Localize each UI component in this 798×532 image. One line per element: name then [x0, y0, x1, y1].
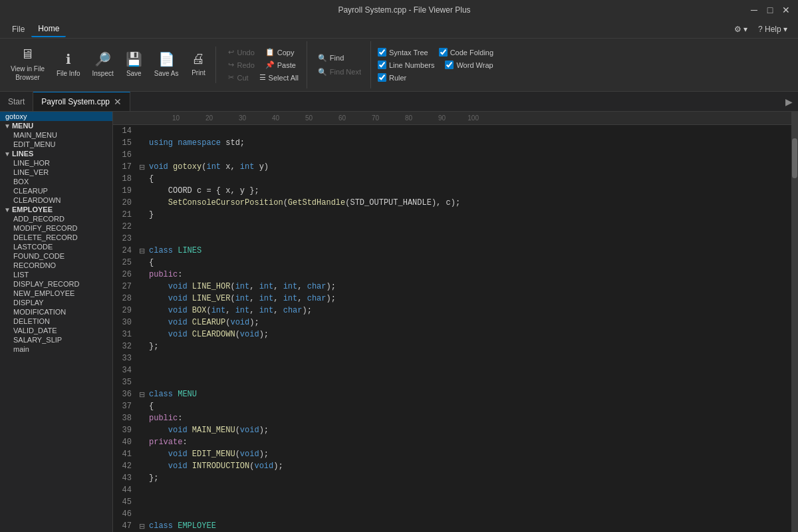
line-num: 41	[116, 448, 132, 460]
tree-item-modify-record[interactable]: MODIFY_RECORD	[0, 223, 112, 233]
fold-column: ⊟⊟⊟⊟	[137, 125, 146, 532]
tree-item-lastcode[interactable]: LASTCODE	[0, 242, 112, 251]
tab-payroll[interactable]: Payroll System.cpp ✕	[33, 92, 130, 111]
code-line: public:	[149, 412, 791, 424]
fold-button[interactable]: ⊟	[137, 245, 146, 257]
ribbon: 🖥 View in FileBrowser ℹ File Info 🔎 Insp…	[0, 39, 798, 92]
ruler-checkbox[interactable]: Ruler	[378, 73, 406, 82]
code-line: COORD c = { x, y };	[149, 185, 791, 197]
save-as-button[interactable]: 📄 Save As	[149, 41, 184, 86]
clipboard-group: ↩ Undo 📋 Copy ↪ Redo 📌 Paste ✂ Cut	[220, 41, 307, 88]
line-num: 17	[116, 161, 132, 173]
tree-item-line-hor[interactable]: LINE_HOR	[0, 158, 112, 168]
word-wrap-checkbox[interactable]: Word Wrap	[445, 61, 493, 69]
redo-button[interactable]: ↪ Redo	[224, 59, 258, 70]
settings-button[interactable]: ⚙ ▾	[729, 22, 753, 37]
minimize-button[interactable]: ─	[749, 5, 759, 15]
tab-close-icon[interactable]: ✕	[114, 96, 122, 107]
line-num: 43	[116, 472, 132, 484]
tree-item-main-menu[interactable]: MAIN_MENU	[0, 130, 112, 140]
fold-button[interactable]: ⊟	[137, 388, 146, 400]
code-line: void LINE_VER(int, int, int, char);	[149, 293, 791, 305]
tree-item-line-ver[interactable]: LINE_VER	[0, 168, 112, 177]
code-line	[149, 352, 791, 364]
tree-item-valid-date[interactable]: VALID_DATE	[0, 326, 112, 335]
paste-button[interactable]: 📌 Paste	[261, 59, 300, 70]
cut-button[interactable]: ✂ Cut	[224, 72, 252, 83]
copy-button[interactable]: 📋 Copy	[261, 47, 299, 58]
menu-home[interactable]: Home	[31, 21, 66, 37]
cut-icon: ✂	[228, 73, 234, 82]
tree-item-display-record[interactable]: DISPLAY_RECORD	[0, 279, 112, 289]
undo-button[interactable]: ↩ Undo	[224, 47, 258, 58]
code-line: void MAIN_MENU(void);	[149, 424, 791, 436]
code-line	[149, 364, 791, 376]
tree-item-list[interactable]: LIST	[0, 270, 112, 279]
tree-item-salary-slip[interactable]: SALARY_SLIP	[0, 335, 112, 344]
file-info-button[interactable]: ℹ File Info	[51, 41, 86, 86]
syntax-tree-checkbox[interactable]: Syntax Tree	[378, 48, 428, 57]
save-as-icon: 📄	[158, 51, 175, 67]
line-num: 19	[116, 185, 132, 197]
code-line: {	[149, 173, 791, 185]
tree-item-found-code[interactable]: FOUND_CODE	[0, 251, 112, 261]
tree-item-cleardown[interactable]: CLEARDOWN	[0, 196, 112, 205]
print-button[interactable]: 🖨 Print	[185, 41, 211, 86]
code-line: class MENU	[149, 388, 791, 400]
tree-item-main[interactable]: main	[0, 344, 112, 354]
tree-item-edit-menu[interactable]: EDIT_MENU	[0, 140, 112, 149]
vertical-scrollbar[interactable]	[791, 112, 798, 532]
help-button[interactable]: ? Help ▾	[753, 22, 793, 37]
tree-item-lines[interactable]: ▼ LINES	[0, 149, 112, 158]
tree-item-employee[interactable]: ▼ EMPLOYEE	[0, 205, 112, 214]
tree-item-new-employee[interactable]: NEW_EMPLOYEE	[0, 289, 112, 298]
tab-start[interactable]: Start	[0, 92, 33, 111]
tree-item-box[interactable]: BOX	[0, 177, 112, 186]
find-button[interactable]: 🔍 Find	[314, 53, 365, 64]
line-num: 25	[116, 257, 132, 269]
line-num: 45	[116, 496, 132, 508]
tree-item-recordno[interactable]: RECORDNO	[0, 261, 112, 270]
tree-item-display[interactable]: DISPLAY	[0, 298, 112, 307]
ruler-area[interactable]: 10 20 30 40 50 60 70 80 90 100 141516171…	[113, 112, 791, 532]
fold-button[interactable]: ⊟	[137, 161, 146, 173]
fold-button[interactable]: ⊟	[137, 520, 146, 532]
line-num: 28	[116, 293, 132, 305]
tree-item-modification[interactable]: MODIFICATION	[0, 307, 112, 317]
line-num: 40	[116, 436, 132, 448]
tree-item-clearup[interactable]: CLEARUP	[0, 186, 112, 196]
print-icon: 🖨	[192, 51, 205, 66]
line-num: 42	[116, 460, 132, 472]
titlebar: Payroll System.cpp - File Viewer Plus ─ …	[0, 0, 798, 20]
code-folding-checkbox[interactable]: Code Folding	[439, 48, 493, 57]
tree-item-menu[interactable]: ▼ MENU	[0, 121, 112, 130]
maximize-button[interactable]: □	[765, 5, 775, 15]
find-next-icon: 🔍	[318, 68, 327, 76]
save-button[interactable]: 💾 Save	[120, 41, 148, 86]
tree-item-deletion[interactable]: DELETION	[0, 317, 112, 326]
line-num: 14	[116, 125, 132, 137]
view-in-browser-button[interactable]: 🖥 View in FileBrowser	[5, 41, 50, 86]
line-num: 20	[116, 197, 132, 209]
inspect-button[interactable]: 🔎 Inspect	[87, 41, 119, 86]
line-num: 27	[116, 281, 132, 293]
tab-scroll-right[interactable]: ▶	[785, 96, 793, 107]
code-line: using namespace std;	[149, 137, 791, 149]
code-line	[149, 233, 791, 245]
titlebar-title: Payroll System.cpp - File Viewer Plus	[60, 5, 749, 15]
code-lines[interactable]: using namespace std;void gotoxy(int x, i…	[146, 125, 791, 532]
find-group: 🔍 Find 🔍 Find Next	[309, 41, 371, 88]
line-numbers-checkbox[interactable]: Line Numbers	[378, 61, 434, 69]
code-line: void EDIT_MENU(void);	[149, 448, 791, 460]
tree-item-gotoxy[interactable]: gotoxy	[0, 112, 112, 121]
scrollbar-thumb[interactable]	[792, 138, 797, 178]
menubar: File Home ⚙ ▾ ? Help ▾	[0, 20, 798, 39]
find-next-button[interactable]: 🔍 Find Next	[314, 66, 365, 78]
tree-item-add-record[interactable]: ADD_RECORD	[0, 214, 112, 223]
close-button[interactable]: ✕	[781, 5, 791, 15]
select-all-button[interactable]: ☰ Select All	[255, 72, 303, 83]
tree-item-delete-record[interactable]: DELETE_RECORD	[0, 233, 112, 242]
menu-file[interactable]: File	[5, 22, 31, 37]
line-num: 26	[116, 269, 132, 281]
find-icon: 🔍	[318, 54, 327, 63]
